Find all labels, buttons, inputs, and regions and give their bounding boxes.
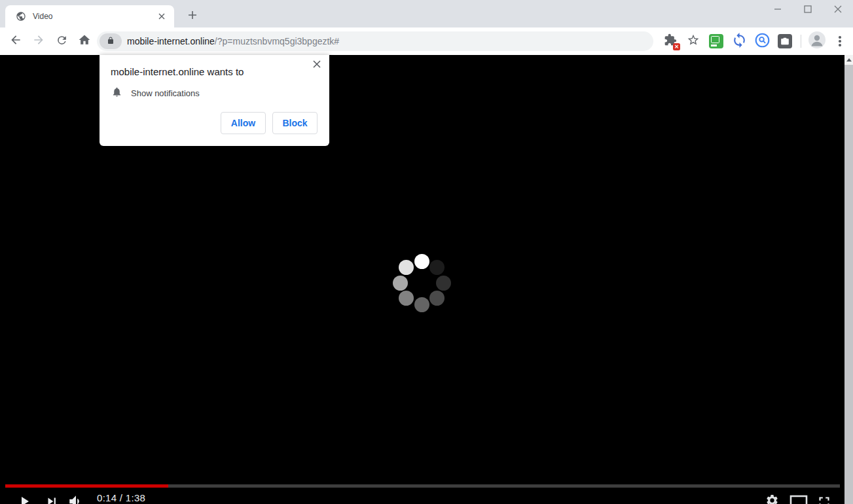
settings-gear-icon (765, 494, 779, 504)
lock-icon (107, 35, 115, 47)
extension-error-badge-icon: ✕ (673, 43, 680, 50)
scrollbar-thumb[interactable] (844, 65, 853, 504)
close-button[interactable] (823, 0, 853, 20)
toolbar-separator (801, 35, 801, 48)
dialog-title: mobile-internet.online wants to (111, 66, 244, 77)
back-arrow-icon (9, 33, 22, 49)
bell-icon (111, 86, 122, 100)
dialog-buttons: Allow Block (221, 112, 318, 134)
volume-icon (67, 493, 84, 504)
url-domain: mobile-internet.online (127, 36, 215, 46)
url-text: mobile-internet.online/?p=muztsnbvmq5gi3… (127, 36, 339, 46)
profile-avatar-icon (808, 31, 826, 52)
browser-tab[interactable]: Video (5, 5, 174, 27)
minimize-button[interactable] (763, 0, 793, 20)
play-button[interactable] (16, 493, 32, 504)
allow-button[interactable]: Allow (221, 112, 266, 134)
spinner-dot (429, 260, 445, 275)
scroll-up-arrow-icon (846, 58, 852, 62)
extensions-button[interactable]: ✕ (661, 32, 680, 50)
scroll-up-button[interactable] (844, 55, 853, 65)
site-info-button[interactable] (100, 33, 122, 49)
spinner-dot (429, 291, 445, 306)
scrollbar[interactable] (844, 55, 853, 504)
close-icon (834, 4, 842, 16)
dialog-close-button[interactable] (310, 58, 323, 71)
fullscreen-button[interactable] (816, 494, 833, 504)
plus-icon (188, 10, 197, 22)
tab-title: Video (33, 12, 156, 21)
next-button[interactable] (45, 494, 59, 504)
globe-icon (16, 11, 26, 22)
spinner-dot (399, 291, 414, 306)
bookmark-star-icon (687, 33, 700, 49)
play-icon (16, 493, 32, 504)
time-display: 0:14 / 1:38 (97, 492, 145, 503)
permission-text: Show notifications (131, 88, 200, 98)
extension-downloader-button[interactable] (707, 32, 725, 50)
extension-screenshot-button[interactable] (776, 32, 794, 50)
next-icon (45, 494, 59, 504)
search-lens-extension-icon (754, 32, 771, 51)
spinner-dot (399, 260, 414, 275)
extension-search-button[interactable] (753, 32, 771, 50)
spinner-dot (436, 276, 451, 291)
spinner-dot (393, 276, 408, 291)
new-tab-button[interactable] (185, 9, 200, 24)
screenshot-extension-icon (778, 34, 792, 48)
home-icon (78, 33, 91, 49)
fullscreen-icon (816, 494, 833, 504)
back-button[interactable] (7, 32, 25, 50)
miniplayer-button[interactable] (789, 495, 808, 504)
menu-dots-icon (833, 36, 846, 46)
menu-button[interactable] (831, 32, 849, 50)
dialog-close-icon (313, 59, 321, 71)
loading-spinner (389, 250, 454, 315)
address-bar[interactable]: mobile-internet.online/?p=muztsnbvmq5gi3… (97, 31, 653, 51)
reload-icon (56, 34, 68, 49)
page-content: 0:14 / 1:38 mobile-internet.online wants… (0, 55, 853, 504)
seek-bar-played (5, 484, 168, 488)
browser-window: Video (0, 0, 853, 504)
reload-button[interactable] (52, 32, 71, 50)
forward-button[interactable] (29, 32, 48, 50)
window-controls (763, 0, 853, 20)
settings-button[interactable] (765, 494, 779, 504)
seek-bar[interactable] (5, 484, 840, 488)
spinner-dot (414, 297, 429, 312)
url-path: /?p=muztsnbvmq5gi3bpgeztk# (215, 36, 339, 46)
maximize-button[interactable] (793, 0, 823, 20)
volume-button[interactable] (67, 493, 84, 504)
notification-permission-dialog: mobile-internet.online wants to Show not… (100, 55, 329, 146)
green-downloader-extension-icon (709, 34, 723, 48)
permission-row: Show notifications (111, 86, 200, 100)
titlebar: Video (0, 0, 853, 27)
minimize-icon (774, 4, 782, 16)
home-button[interactable] (75, 32, 94, 50)
maximize-icon (804, 4, 812, 16)
tab-close-icon[interactable] (156, 10, 168, 22)
extension-sync-button[interactable] (730, 32, 748, 50)
sync-arrows-extension-icon (731, 32, 748, 51)
forward-arrow-icon (32, 33, 45, 49)
profile-button[interactable] (808, 32, 826, 50)
block-button[interactable]: Block (272, 112, 318, 134)
bookmark-button[interactable] (684, 32, 702, 50)
toolbar-right: ✕ (661, 27, 849, 55)
miniplayer-icon (789, 495, 808, 504)
toolbar: mobile-internet.online/?p=muztsnbvmq5gi3… (0, 27, 853, 56)
spinner-dot (414, 254, 429, 269)
